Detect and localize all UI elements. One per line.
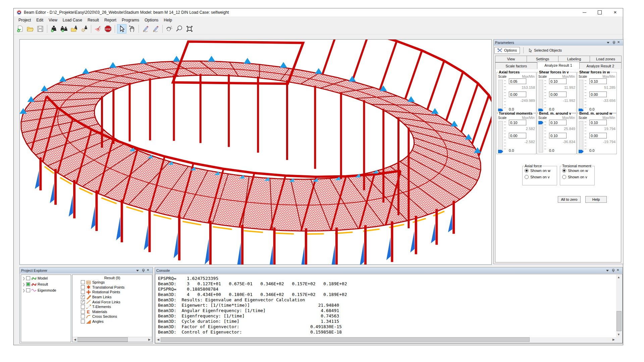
edit-link-button[interactable] xyxy=(151,24,160,34)
angles-checkbox[interactable] xyxy=(81,319,85,323)
list-item-angles[interactable]: Angles xyxy=(80,319,152,324)
tab-settings[interactable]: Settings xyxy=(527,56,558,62)
tab-analyze-result-2[interactable]: Analyze Result 2 xyxy=(579,62,622,69)
bending-w-scale-input[interactable] xyxy=(589,120,607,125)
bending-v-slider[interactable] xyxy=(539,121,547,153)
menu-programs[interactable]: Programs xyxy=(119,17,142,23)
rotational-points-checkbox[interactable] xyxy=(81,290,85,294)
scrollbar-thumb[interactable] xyxy=(161,337,530,342)
help-button[interactable]: Help xyxy=(585,196,607,203)
list-item-materials[interactable]: EMaterials xyxy=(80,309,152,314)
scroll-down-icon[interactable]: ▼ xyxy=(616,332,621,337)
orbit-tool-button[interactable] xyxy=(165,24,174,34)
menu-load-case[interactable]: Load Case xyxy=(60,17,85,23)
panel-menu-icon[interactable] xyxy=(606,40,610,45)
close-panel-icon[interactable] xyxy=(617,40,622,45)
scroll-left-icon[interactable]: ◀ xyxy=(156,337,161,342)
axial-forces-threshold-input[interactable] xyxy=(509,92,526,97)
list-item-translational-points[interactable]: Translational Points xyxy=(80,285,152,290)
horizontal-scrollbar[interactable]: ◀ ▶ xyxy=(72,337,152,342)
radio-torsion-shown-on-v[interactable]: Shown on v xyxy=(562,175,594,179)
bending-w-threshold-input[interactable] xyxy=(589,133,607,138)
tab-labeling[interactable]: Labeling xyxy=(558,56,590,62)
list-item-axial-force-links[interactable]: Axial Force Links xyxy=(80,299,152,304)
menu-help[interactable]: Help xyxy=(161,17,175,23)
load-case-settings-button[interactable] xyxy=(79,24,89,34)
calculate-button[interactable] xyxy=(93,24,103,34)
scroll-up-icon[interactable]: ▲ xyxy=(616,275,621,280)
panel-menu-icon[interactable] xyxy=(605,268,610,273)
result-checkbox[interactable] xyxy=(26,282,30,286)
all-to-zero-button[interactable]: All to zero xyxy=(558,196,581,203)
zoom-tool-button[interactable] xyxy=(175,24,184,34)
open-model-button[interactable] xyxy=(25,24,35,34)
scrollbar-thumb[interactable] xyxy=(616,311,622,331)
radio-axial-shown-on-w[interactable]: Shown on w xyxy=(525,169,557,173)
close-panel-icon[interactable] xyxy=(147,268,151,273)
menu-report[interactable]: Report xyxy=(102,17,119,23)
beam-links-checkbox[interactable] xyxy=(81,295,85,299)
panel-menu-icon[interactable] xyxy=(135,268,140,273)
shear-v-slider[interactable] xyxy=(539,80,547,111)
materials-checkbox[interactable] xyxy=(81,310,85,314)
torsion-scale-input[interactable] xyxy=(509,120,526,125)
zoom-extents-button[interactable] xyxy=(185,24,194,34)
bending-w-slider[interactable] xyxy=(579,121,588,153)
torsion-threshold-input[interactable] xyxy=(509,133,526,138)
chevron-right-icon[interactable]: ❯ xyxy=(22,283,26,286)
menu-project[interactable]: Project xyxy=(16,17,34,23)
eigenmode-checkbox[interactable] xyxy=(26,288,30,292)
pin-icon[interactable] xyxy=(611,268,615,273)
viewport-3d-model[interactable] xyxy=(19,39,492,265)
vertical-scrollbar[interactable]: ▲ ▼ xyxy=(616,275,622,337)
titlebar[interactable]: Beam Editor - D:\2_Projekte\Easy\2020\03… xyxy=(14,8,623,16)
tab-selected-objects[interactable]: Selected Objects xyxy=(526,47,565,54)
t-elements-checkbox[interactable] xyxy=(81,305,85,309)
shear-w-threshold-input[interactable] xyxy=(589,92,607,97)
select-tool-button[interactable] xyxy=(117,24,126,34)
console-header[interactable]: Console xyxy=(155,267,623,274)
save-model-button[interactable] xyxy=(36,24,45,34)
open-load-case-button[interactable] xyxy=(69,24,79,34)
parameters-header[interactable]: Parameters xyxy=(494,40,623,46)
axial-forces-slider[interactable] xyxy=(498,80,507,111)
scroll-right-icon[interactable]: ▶ xyxy=(611,337,616,342)
tab-scale-factors[interactable]: Scale factors xyxy=(495,62,537,69)
springs-checkbox[interactable] xyxy=(81,280,85,284)
edit-beam-button[interactable] xyxy=(141,24,150,34)
scroll-right-icon[interactable]: ▶ xyxy=(147,337,152,342)
chevron-right-icon[interactable]: ❯ xyxy=(22,289,26,292)
console-output[interactable]: EPSPRQ= 1.6247523395Beam3D: 3 0.127E+01 … xyxy=(155,274,623,343)
maximize-button[interactable] xyxy=(592,8,607,16)
shear-v-threshold-input[interactable] xyxy=(549,92,567,97)
load-case-pair-button[interactable] xyxy=(59,24,69,34)
model-checkbox[interactable] xyxy=(26,276,30,280)
tree-item-eigenmode[interactable]: ❯ Eigenmode xyxy=(22,288,71,293)
menu-options[interactable]: Options xyxy=(142,17,161,23)
close-panel-icon[interactable] xyxy=(616,268,621,273)
tree-item-model[interactable]: ❯ Model xyxy=(22,276,71,281)
tab-view[interactable]: View xyxy=(495,56,527,62)
list-item-cross-sections[interactable]: Cross Sections xyxy=(80,314,152,319)
new-load-case-button[interactable] xyxy=(49,24,59,34)
bending-v-threshold-input[interactable] xyxy=(549,133,567,138)
radio-axial-shown-on-v[interactable]: Shown on v xyxy=(525,175,557,179)
tab-analyze-result-1[interactable]: Analyze Result 1 xyxy=(537,62,579,69)
scrollbar-thumb[interactable] xyxy=(77,337,128,342)
bending-v-scale-input[interactable] xyxy=(549,120,567,125)
close-button[interactable] xyxy=(607,8,623,16)
pin-icon[interactable] xyxy=(611,40,616,45)
stop-button[interactable]: STOP xyxy=(103,24,113,34)
scroll-left-icon[interactable]: ◀ xyxy=(72,337,77,342)
translational-points-checkbox[interactable] xyxy=(81,285,85,289)
axial-forces-scale-input[interactable] xyxy=(509,78,526,84)
list-item-beam-links[interactable]: Beam Links xyxy=(80,295,152,300)
minimize-button[interactable] xyxy=(577,8,592,16)
shear-w-scale-input[interactable] xyxy=(589,78,607,84)
horizontal-scrollbar[interactable]: ◀ ▶ xyxy=(156,337,616,343)
menu-view[interactable]: View xyxy=(46,17,60,23)
list-item-springs[interactable]: Springs xyxy=(80,280,152,285)
tab-options[interactable]: Options xyxy=(494,47,520,54)
chevron-right-icon[interactable]: ❯ xyxy=(22,277,26,280)
cross-sections-checkbox[interactable] xyxy=(81,314,85,318)
